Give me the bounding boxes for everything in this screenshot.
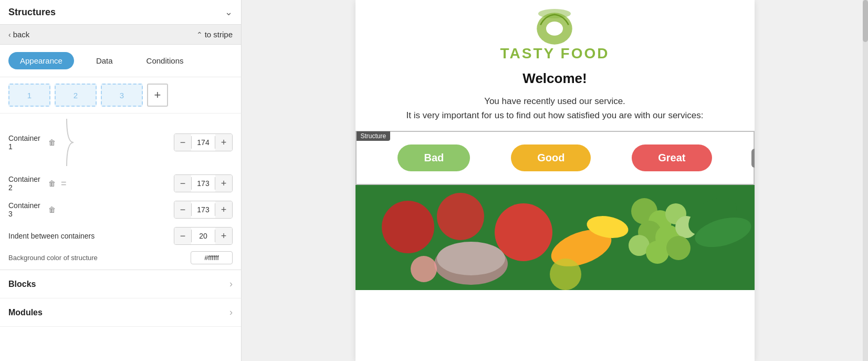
column-2-box[interactable]: 2 — [55, 84, 97, 107]
panel-title: Structures — [8, 7, 56, 18]
modules-item[interactable]: Modules › — [0, 298, 241, 327]
up-arrow-icon: ⌃ — [196, 30, 203, 39]
preview-canvas: TASTY FOOD Welcome! You have recently us… — [355, 0, 755, 361]
indent-decrement[interactable]: − — [174, 228, 191, 244]
container-3-label: Container 3 🗑 — [8, 201, 56, 218]
svg-point-22 — [550, 259, 581, 290]
indent-label: Indent between containers — [8, 232, 171, 240]
svg-point-4 — [382, 201, 434, 253]
container-3-row: Container 3 🗑 − 173 + — [8, 201, 233, 219]
indent-value: 20 — [191, 230, 215, 242]
equals-sign: = — [61, 178, 67, 189]
right-panel: TASTY FOOD Welcome! You have recently us… — [242, 0, 868, 361]
logo-area: TASTY FOOD — [500, 5, 610, 62]
svg-point-23 — [411, 256, 437, 282]
containers-section: Container 1 🗑 − 174 + Container 2 🗑 = − … — [0, 114, 241, 270]
left-panel: Structures ⌄ ‹ back ⌃ to stripe Appearan… — [0, 0, 242, 361]
container-1-row: Container 1 🗑 − 174 + — [8, 119, 233, 166]
svg-point-5 — [437, 193, 484, 240]
subtitle-text: You have recently used our service. It i… — [406, 94, 704, 122]
blocks-label: Blocks — [8, 280, 36, 289]
bg-color-row: Background color of structure #ffffff — [8, 251, 233, 267]
great-button[interactable]: Great — [632, 145, 712, 171]
rating-row: Bad Good Great — [357, 132, 754, 184]
container-2-value: 173 — [191, 177, 215, 190]
tabs-row: Appearance Data Conditions — [0, 45, 241, 77]
brand-name: TASTY FOOD — [500, 45, 610, 62]
good-button[interactable]: Good — [511, 145, 591, 171]
svg-point-2 — [538, 9, 571, 18]
indent-row: Indent between containers − 20 + — [8, 227, 233, 245]
back-label: back — [13, 30, 30, 39]
svg-point-15 — [666, 236, 691, 260]
back-arrow-icon: ‹ — [8, 30, 11, 39]
container-3-decrement[interactable]: − — [174, 201, 191, 218]
back-button[interactable]: ‹ back — [8, 30, 29, 39]
container-3-stepper: − 173 + — [174, 201, 233, 219]
svg-point-19 — [437, 242, 505, 275]
blocks-item[interactable]: Blocks › — [0, 270, 241, 298]
container-2-increment[interactable]: + — [215, 175, 232, 192]
to-stripe-label: to stripe — [205, 30, 233, 39]
nav-bar: ‹ back ⌃ to stripe — [0, 25, 241, 45]
food-image-area — [355, 185, 755, 290]
donut-logo-icon — [531, 5, 578, 47]
container-1-decrement[interactable]: − — [174, 134, 191, 151]
tab-conditions[interactable]: Conditions — [135, 52, 195, 69]
columns-grid: 1 2 3 + — [0, 77, 241, 114]
container-2-delete-icon[interactable]: 🗑 — [48, 179, 56, 188]
svg-point-6 — [495, 203, 552, 261]
svg-point-1 — [546, 22, 563, 36]
tab-data[interactable]: Data — [85, 52, 124, 69]
column-1-box[interactable]: 1 — [8, 84, 50, 107]
structure-label: Structure — [357, 131, 391, 141]
three-dots-button[interactable]: ⋯ — [751, 149, 755, 168]
indent-increment[interactable]: + — [215, 228, 232, 244]
bad-button[interactable]: Bad — [398, 145, 470, 171]
blocks-chevron-icon: › — [229, 279, 233, 290]
subtitle-line2: It is very important for us to find out … — [406, 110, 704, 120]
food-image — [355, 185, 755, 290]
scrollbar[interactable] — [863, 0, 868, 361]
welcome-title: Welcome! — [522, 70, 587, 87]
column-3-box[interactable]: 3 — [101, 84, 143, 107]
modules-label: Modules — [8, 308, 43, 317]
bottom-section: Blocks › Modules › — [0, 270, 241, 327]
structure-box: Structure Bad Good Great ⋯ — [355, 131, 755, 185]
container-2-row: Container 2 🗑 = − 173 + — [8, 174, 233, 192]
panel-header: Structures ⌄ — [0, 0, 241, 25]
scrollbar-thumb — [863, 0, 868, 42]
to-stripe-button[interactable]: ⌃ to stripe — [196, 30, 233, 39]
add-column-button[interactable]: + — [147, 84, 168, 107]
container-3-delete-icon[interactable]: 🗑 — [48, 205, 56, 214]
subtitle-line1: You have recently used our service. — [484, 96, 625, 106]
container-1-label: Container 1 🗑 — [8, 134, 56, 151]
curve-connector — [59, 119, 75, 166]
tab-appearance[interactable]: Appearance — [8, 52, 74, 69]
container-1-stepper: − 174 + — [174, 133, 233, 151]
container-2-stepper: − 173 + — [174, 174, 233, 192]
container-1-increment[interactable]: + — [215, 134, 232, 151]
bg-color-label: Background color of structure — [8, 254, 186, 262]
panel-collapse-icon[interactable]: ⌄ — [225, 6, 233, 18]
container-3-value: 173 — [191, 203, 215, 216]
indent-stepper: − 20 + — [174, 227, 233, 245]
container-2-label: Container 2 🗑 — [8, 175, 56, 192]
modules-chevron-icon: › — [229, 307, 233, 318]
bg-color-swatch[interactable]: #ffffff — [191, 251, 233, 264]
svg-point-14 — [646, 241, 669, 264]
container-1-delete-icon[interactable]: 🗑 — [48, 138, 56, 147]
container-1-value: 174 — [191, 136, 215, 149]
container-3-increment[interactable]: + — [215, 201, 232, 218]
container-2-decrement[interactable]: − — [174, 175, 191, 192]
